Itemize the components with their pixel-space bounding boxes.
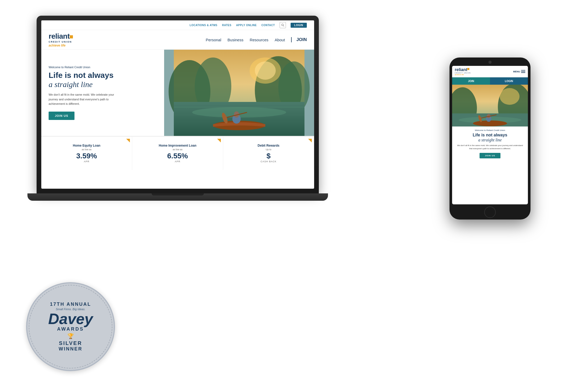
loan-card-label: CASH BACK	[261, 160, 276, 163]
loan-card-rate: $	[267, 152, 271, 160]
apply-online-link[interactable]: APPLY ONLINE	[236, 24, 257, 27]
loan-card-title: Debit Rewards	[258, 144, 279, 147]
svg-line-1	[283, 26, 284, 26]
phone-device: reliant CREDIT UNION achieve life MENU	[449, 57, 531, 220]
laptop-device: LOCATIONS & ATMS RATES APPLY ONLINE CONT…	[37, 16, 319, 212]
website-desktop: LOCATIONS & ATMS RATES APPLY ONLINE CONT…	[41, 20, 314, 189]
loan-card-label: APR	[175, 160, 181, 163]
loan-card-rate: 6.55%	[167, 152, 188, 160]
logo-text: reliant	[49, 32, 73, 41]
phone-nav: reliant CREDIT UNION achieve life MENU	[452, 66, 528, 77]
resources-nav-link[interactable]: Resources	[250, 38, 268, 42]
phone-logo: reliant CREDIT UNION achieve life	[455, 67, 471, 76]
hero-image	[164, 50, 314, 136]
logo-accent-square	[70, 35, 73, 38]
loan-card-label: APR	[84, 160, 90, 163]
search-button[interactable]	[280, 22, 286, 28]
hamburger-line-3	[521, 72, 525, 73]
hero-content: Welcome to Reliant Credit Union Life is …	[41, 50, 164, 136]
contact-link[interactable]: CONTACT	[261, 24, 275, 27]
davey-award-badge: 17TH ANNUAL Small Firms. Big Ideas. Dave…	[26, 282, 115, 371]
locations-link[interactable]: LOCATIONS & ATMS	[190, 24, 217, 27]
badge-ring	[29, 285, 112, 368]
phone-logo-text: reliant	[455, 67, 467, 72]
svg-point-17	[255, 61, 276, 80]
phone-hero-title: Life is not always a straight line	[455, 132, 525, 142]
phone-hero-description: We don't all fit in the same mold. We ce…	[455, 144, 525, 150]
phone-hero-content: Welcome to Reliant Credit Union Life is …	[452, 126, 528, 161]
phone-home-button[interactable]	[484, 206, 496, 218]
laptop-body: LOCATIONS & ATMS RATES APPLY ONLINE CONT…	[37, 16, 319, 193]
hamburger-icon[interactable]	[521, 70, 525, 73]
phone-join-us-button[interactable]: JOIN US	[480, 153, 500, 158]
loan-card-3: Debit Rewards Up to $ CASH BACK	[223, 137, 314, 170]
scene: LOCATIONS & ATMS RATES APPLY ONLINE CONT…	[0, 0, 588, 392]
hero-section: Welcome to Reliant Credit Union Life is …	[41, 50, 314, 136]
logo: reliant CREDIT UNION achieve life	[49, 32, 73, 47]
top-utility-bar: LOCATIONS & ATMS RATES APPLY ONLINE CONT…	[41, 20, 314, 30]
logo-sub: CREDIT UNION	[49, 41, 73, 43]
svg-point-28	[500, 88, 520, 105]
loan-card-subtitle: as low as	[82, 148, 92, 151]
phone-logo-tagline: achieve life	[455, 74, 471, 76]
phone-join-button[interactable]: JOIN	[452, 77, 490, 85]
svg-point-0	[281, 24, 283, 26]
hamburger-line-2	[521, 71, 525, 72]
laptop-screen: LOCATIONS & ATMS RATES APPLY ONLINE CONT…	[41, 20, 314, 189]
join-us-button[interactable]: JOIN US	[49, 112, 74, 120]
phone-screen: reliant CREDIT UNION achieve life MENU	[452, 66, 528, 204]
loan-cards-section: Home Equity Loan as low as 3.59% APR Hom…	[41, 136, 314, 170]
logo-tagline: achieve life	[49, 44, 73, 47]
main-nav: reliant CREDIT UNION achieve life Person…	[41, 30, 314, 50]
join-nav-link[interactable]: JOIN	[291, 37, 307, 42]
personal-nav-link[interactable]: Personal	[206, 38, 221, 42]
rates-link[interactable]: RATES	[222, 24, 232, 27]
laptop-base	[27, 193, 328, 201]
phone-action-bar: JOIN LOGIN	[452, 77, 528, 85]
phone-welcome: Welcome to Reliant Credit Union	[455, 129, 525, 131]
login-button[interactable]: LOGIN	[291, 23, 307, 28]
badge-circle: 17TH ANNUAL Small Firms. Big Ideas. Dave…	[26, 282, 115, 371]
hero-title: Life is not always a straight line	[49, 71, 157, 89]
phone-logo-square	[467, 68, 469, 70]
loan-card-subtitle: as low as	[173, 148, 183, 151]
loan-card-subtitle: Up to	[266, 148, 272, 151]
phone-camera	[488, 61, 492, 64]
loan-card-title: Home Equity Loan	[73, 144, 100, 147]
hamburger-line-1	[521, 70, 525, 71]
hero-description: We don't all fit in the same mold. We ce…	[49, 93, 122, 106]
phone-login-button[interactable]: LOGIN	[490, 77, 528, 85]
phone-body: reliant CREDIT UNION achieve life MENU	[449, 57, 531, 220]
nav-links: Personal Business Resources About JOIN	[206, 37, 307, 42]
phone-menu-area[interactable]: MENU	[513, 70, 526, 73]
hero-welcome: Welcome to Reliant Credit Union	[49, 66, 157, 69]
loan-card-rate: 3.59%	[76, 152, 97, 160]
phone-hero-image	[452, 85, 528, 126]
business-nav-link[interactable]: Business	[228, 38, 244, 42]
loan-card-title: Home Improvement Loan	[159, 144, 196, 147]
loan-card-2: Home Improvement Loan as low as 6.55% AP…	[132, 137, 223, 170]
loan-card-1: Home Equity Loan as low as 3.59% APR	[41, 137, 132, 170]
phone-menu-label[interactable]: MENU	[513, 70, 520, 73]
about-nav-link[interactable]: About	[275, 38, 285, 42]
